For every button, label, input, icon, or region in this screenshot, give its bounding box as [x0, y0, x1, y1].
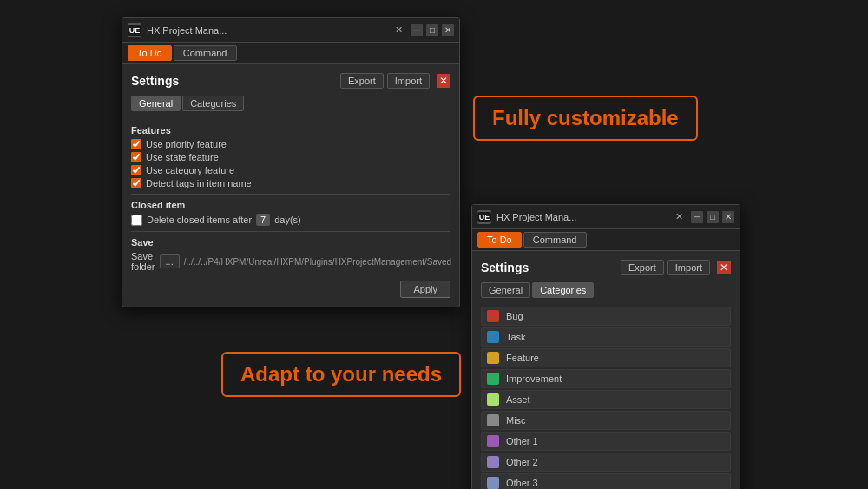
maximize-btn-2[interactable]: □: [707, 211, 719, 223]
delete-checkbox[interactable]: [131, 215, 142, 226]
checkbox-state-label: Use state feature: [146, 152, 219, 162]
titlebar-1: UE HX Project Mana... ✕ ─ □ ✕: [122, 18, 459, 43]
category-dot: [487, 373, 499, 385]
category-name: Bug: [506, 311, 523, 321]
maximize-btn-1[interactable]: □: [426, 24, 438, 36]
closed-item-row: Delete closed items after 7 day(s): [131, 214, 450, 226]
tab-command-2[interactable]: Command: [523, 232, 587, 248]
settings-close-1[interactable]: ✕: [437, 74, 450, 88]
category-dot: [487, 414, 499, 426]
import-btn-2[interactable]: Import: [667, 260, 710, 275]
checkbox-state-input[interactable]: [131, 152, 141, 162]
days-badge: 7: [256, 214, 270, 226]
export-btn-1[interactable]: Export: [340, 73, 384, 89]
import-btn-1[interactable]: Import: [387, 73, 430, 89]
export-import-2: Export Import: [621, 260, 710, 275]
window-title-1: HX Project Mana...: [147, 25, 387, 36]
category-name: Other 2: [506, 457, 538, 467]
window-controls-1: ─ □ ✕: [411, 24, 454, 36]
closed-item-label: Closed item: [131, 200, 450, 210]
close-btn-2[interactable]: ✕: [722, 211, 734, 223]
checkbox-state: Use state feature: [131, 152, 450, 162]
settings-header-right-2: Export Import ✕: [621, 260, 731, 275]
checkbox-tags-label: Detect tags in item name: [146, 178, 252, 188]
apply-btn-1[interactable]: Apply: [400, 281, 450, 298]
category-dot: [487, 477, 499, 489]
ue-icon-2: UE: [477, 210, 491, 224]
category-row[interactable]: Misc: [481, 411, 731, 430]
category-name: Other 1: [506, 436, 538, 446]
window-content-2: Settings Export Import ✕ General Categor…: [472, 251, 740, 489]
window-settings-general: UE HX Project Mana... ✕ ─ □ ✕ To Do Comm…: [122, 17, 460, 307]
features-label: Features: [131, 125, 450, 135]
window-title-2: HX Project Mana...: [496, 212, 667, 222]
settings-header-1: Settings Export Import ✕: [131, 73, 450, 89]
category-name: Feature: [506, 353, 539, 363]
category-dot: [487, 352, 499, 364]
category-name: Improvement: [506, 373, 562, 384]
settings-tab-categories-2[interactable]: Categories: [532, 282, 594, 298]
checkbox-priority-input[interactable]: [131, 139, 141, 149]
checkbox-category: Use category feature: [131, 165, 450, 175]
fully-customizable-label: Fully customizable: [473, 96, 698, 141]
save-path: /../../../P4/HXPM/Unreal/HXPM/Plugins/HX…: [184, 257, 451, 267]
export-import-1: Export Import: [340, 73, 430, 89]
save-label-section: Save: [131, 237, 450, 248]
settings-tabs-row-1: General Categories: [131, 96, 450, 120]
categories-list: BugTaskFeatureImprovementAssetMiscOther …: [481, 307, 731, 489]
save-folder-label: Save folder: [131, 251, 155, 272]
tab-close-2[interactable]: ✕: [673, 210, 686, 223]
checkbox-category-input[interactable]: [131, 165, 141, 175]
settings-close-2[interactable]: ✕: [717, 261, 731, 274]
category-row[interactable]: Other 3: [481, 473, 731, 489]
divider-1: [131, 194, 450, 195]
category-dot: [487, 435, 499, 447]
category-row[interactable]: Feature: [481, 348, 731, 367]
tab-command-1[interactable]: Command: [174, 45, 237, 61]
category-name: Misc: [506, 415, 526, 426]
window-controls-2: ─ □ ✕: [691, 211, 734, 223]
checkbox-priority-label: Use priority feature: [146, 139, 227, 149]
save-row: Save folder ... /../../../P4/HXPM/Unreal…: [131, 251, 450, 272]
window-settings-categories: UE HX Project Mana... ✕ ─ □ ✕ To Do Comm…: [471, 204, 740, 489]
export-btn-2[interactable]: Export: [621, 260, 664, 275]
category-row[interactable]: Task: [481, 327, 731, 347]
checkbox-priority: Use priority feature: [131, 139, 450, 149]
category-row[interactable]: Improvement: [481, 369, 731, 388]
category-row[interactable]: Other 2: [481, 453, 731, 472]
settings-tab-general-1[interactable]: General: [131, 96, 181, 111]
tab-todo-2[interactable]: To Do: [477, 232, 522, 248]
minimize-btn-1[interactable]: ─: [411, 24, 423, 36]
ue-icon: UE: [128, 23, 141, 37]
window-content-1: Settings Export Import ✕ General Categor…: [122, 64, 459, 307]
divider-2: [131, 231, 450, 232]
checkbox-tags-input[interactable]: [131, 178, 141, 188]
settings-tabs-row-2: General Categories: [481, 282, 731, 307]
settings-header-right: Export Import ✕: [340, 73, 450, 89]
window-tabs-2: To Do Command: [472, 229, 740, 251]
settings-tabs-1: General Categories: [131, 96, 244, 111]
settings-title-2: Settings: [481, 261, 529, 274]
tab-close-1[interactable]: ✕: [392, 23, 405, 36]
category-dot: [487, 393, 499, 406]
category-name: Other 3: [506, 478, 538, 488]
browse-btn[interactable]: ...: [160, 254, 180, 268]
settings-header-2: Settings Export Import ✕: [481, 260, 731, 275]
category-row[interactable]: Bug: [481, 307, 731, 326]
delete-label: Delete closed items after: [147, 215, 252, 225]
close-btn-1[interactable]: ✕: [442, 24, 454, 36]
settings-tabs-2: General Categories: [481, 282, 594, 298]
tab-todo-1[interactable]: To Do: [128, 45, 172, 61]
minimize-btn-2[interactable]: ─: [691, 211, 703, 223]
category-row[interactable]: Other 1: [481, 432, 731, 451]
category-row[interactable]: Asset: [481, 390, 731, 409]
adapt-to-needs-label: Adapt to your needs: [221, 352, 461, 397]
days-suffix: day(s): [274, 215, 301, 225]
category-dot: [487, 331, 499, 343]
settings-tab-categories-1[interactable]: Categories: [182, 96, 244, 111]
category-name: Task: [506, 332, 526, 342]
settings-title-1: Settings: [131, 74, 179, 88]
category-dot: [487, 456, 499, 468]
window-tabs-1: To Do Command: [122, 43, 459, 64]
settings-tab-general-2[interactable]: General: [481, 282, 530, 298]
